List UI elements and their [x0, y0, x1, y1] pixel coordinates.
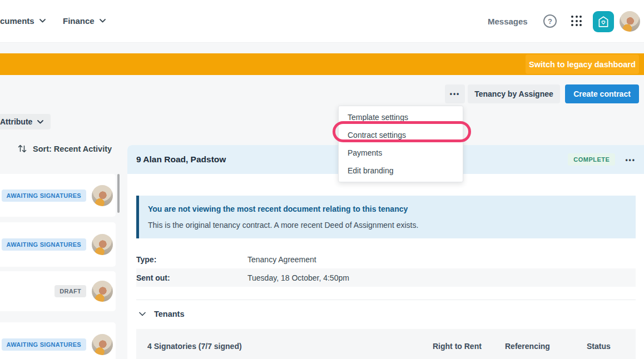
- attribute-label: Attribute: [0, 117, 32, 126]
- apps-grid-icon[interactable]: [571, 16, 582, 26]
- chevron-down-icon: [100, 19, 106, 23]
- menu-item-payments[interactable]: Payments: [339, 144, 463, 162]
- legacy-dashboard-banner: Switch to legacy dashboard: [0, 53, 644, 75]
- more-options-icon: •••: [450, 91, 460, 97]
- notice-body: This is the original tenancy contract. A…: [148, 221, 625, 230]
- more-options-button[interactable]: •••: [445, 84, 465, 103]
- sort-label: Sort: Recent Activity: [33, 144, 112, 153]
- tenancy-list-item[interactable]: DRAFT: [0, 271, 116, 311]
- help-icon[interactable]: ?: [543, 14, 557, 28]
- column-status: Status: [587, 342, 625, 351]
- sort-button[interactable]: Sort: Recent Activity: [17, 143, 112, 154]
- column-referencing: Referencing: [505, 342, 587, 351]
- attribute-filter-button[interactable]: Attribute: [0, 114, 51, 129]
- more-options-icon: •••: [625, 156, 636, 164]
- tenancy-list-item[interactable]: AWAITING SIGNATURES: [0, 222, 116, 267]
- notice-title: You are not viewing the most recent docu…: [148, 205, 625, 213]
- chevron-down-icon: [37, 120, 43, 124]
- header-more-options-button[interactable]: •••: [625, 156, 636, 164]
- switch-to-legacy-button[interactable]: Switch to legacy dashboard: [526, 54, 639, 74]
- column-right-to-rent: Right to Rent: [433, 342, 505, 351]
- sidebar-scrollbar[interactable]: [117, 174, 120, 213]
- context-menu: Template settings Contract settings Paym…: [338, 106, 463, 182]
- tenant-avatar: [92, 185, 113, 206]
- nav-item-label: cuments: [0, 16, 34, 26]
- menu-item-edit-branding[interactable]: Edit branding: [339, 162, 463, 180]
- detail-row-type: Type: Tenancy Agreement: [136, 250, 636, 268]
- status-badge: AWAITING SIGNATURES: [2, 238, 86, 251]
- create-contract-button[interactable]: Create contract: [565, 84, 639, 103]
- signatories-label: 4 Signatories (7/7 signed): [147, 342, 433, 351]
- signatories-header-row: 4 Signatories (7/7 signed) Right to Rent…: [136, 329, 636, 359]
- notice-banner: You are not viewing the most recent docu…: [136, 196, 636, 238]
- house-heart-icon: [597, 15, 610, 28]
- detail-label: Type:: [136, 255, 247, 264]
- nav-item-label: Finance: [63, 16, 95, 26]
- status-badge: AWAITING SIGNATURES: [2, 338, 86, 351]
- detail-value: Tuesday, 18 October, 4:50pm: [247, 273, 349, 282]
- contract-detail-body: You are not viewing the most recent docu…: [127, 196, 644, 359]
- nav-item-finance[interactable]: Finance: [63, 16, 106, 26]
- user-avatar[interactable]: [620, 11, 640, 32]
- status-badge-complete: COMPLETE: [568, 153, 615, 166]
- tenants-section-title: Tenants: [154, 310, 185, 318]
- menu-item-contract-settings[interactable]: Contract settings: [339, 126, 463, 144]
- tenants-section-toggle[interactable]: Tenants: [136, 310, 636, 318]
- tenant-avatar: [92, 281, 113, 302]
- section-divider: [136, 300, 636, 300]
- contract-details-table: Type: Tenancy Agreement Sent out: Tuesda…: [136, 250, 636, 287]
- nav-item-documents[interactable]: cuments: [0, 16, 46, 26]
- sort-icon: [17, 143, 27, 154]
- status-badge: DRAFT: [55, 285, 86, 297]
- nav-item-messages[interactable]: Messages: [488, 17, 528, 26]
- detail-row-sent-out: Sent out: Tuesday, 18 October, 4:50pm: [136, 268, 636, 287]
- chevron-down-icon: [39, 19, 46, 23]
- tenancy-list-item[interactable]: AWAITING SIGNATURES: [0, 174, 116, 217]
- tenancy-by-assignee-button[interactable]: Tenancy by Assignee: [468, 84, 560, 103]
- tenant-avatar: [92, 334, 113, 355]
- menu-item-template-settings[interactable]: Template settings: [339, 108, 463, 126]
- tenant-avatar: [92, 234, 113, 255]
- detail-label: Sent out:: [136, 273, 247, 282]
- tenancy-list-item[interactable]: AWAITING SIGNATURES: [0, 322, 116, 359]
- chevron-down-icon: [139, 312, 146, 316]
- top-nav: cuments Finance Messages ?: [0, 0, 644, 43]
- detail-value: Tenancy Agreement: [247, 255, 316, 264]
- status-badge: AWAITING SIGNATURES: [2, 190, 86, 202]
- brand-app-button[interactable]: [593, 11, 614, 32]
